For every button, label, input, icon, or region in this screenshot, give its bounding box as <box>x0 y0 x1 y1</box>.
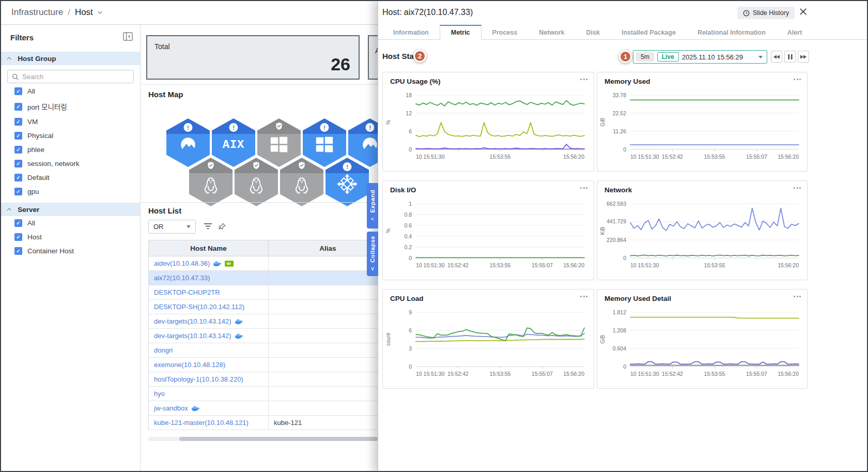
filter-item-port-[interactable]: ✓port 모니터링 <box>1 98 140 115</box>
checkbox-checked-icon[interactable]: ✓ <box>14 87 22 95</box>
chevron-down-icon[interactable] <box>98 9 102 14</box>
alias-cell <box>269 300 388 314</box>
host-name-link[interactable]: jw-sandbox <box>154 404 200 412</box>
host-name-link[interactable]: hostTopology-1(10.10.38.220) <box>154 375 243 383</box>
host-hexagon-linux[interactable] <box>280 158 323 206</box>
host-list-title: Host List <box>148 206 181 215</box>
host-hexagon-linux[interactable] <box>189 158 233 206</box>
col-host-name[interactable]: Host Name <box>149 240 269 256</box>
host-table-row[interactable]: DESKTOP-CHUP2TR <box>149 285 388 300</box>
host-name-link[interactable]: DESKTOP-SH(10.20.142.112) <box>154 303 244 311</box>
host-name-link[interactable]: aix72(10.10.47.33) <box>154 274 210 282</box>
collapse-tab[interactable]: Collapse ∨ <box>367 232 378 276</box>
checkbox-checked-icon[interactable]: ✓ <box>14 219 22 227</box>
filter-item-physical[interactable]: ✓Physical <box>1 129 140 143</box>
filter-item-default[interactable]: ✓Default <box>1 171 140 185</box>
tab-installed-package[interactable]: Installed Package <box>611 25 687 40</box>
host-stat-title: Host Stat <box>382 52 416 60</box>
host-table-row[interactable]: dev-targets(10.10.43.142) <box>149 329 388 343</box>
host-table-row[interactable]: dev-targets(10.10.43.142) <box>149 314 388 329</box>
host-name-link[interactable]: hyo <box>154 390 165 398</box>
host-name-link[interactable]: kube-121-master(10.10.48.121) <box>154 419 249 427</box>
scrollbar-thumb[interactable] <box>179 437 378 441</box>
host-hexagon-windows[interactable] <box>257 118 301 167</box>
slide-history-button[interactable]: Slide History <box>737 7 795 19</box>
rewind-button[interactable] <box>771 51 782 63</box>
checkbox-checked-icon[interactable]: ✓ <box>14 247 22 255</box>
host-name-link[interactable]: aidev(10.10.48.36) <box>154 260 234 267</box>
host-table-row[interactable]: aix72(10.10.47.33) <box>149 271 388 285</box>
horizontal-scrollbar[interactable] <box>148 437 378 441</box>
host-hexagon-aix[interactable]: !AIX <box>212 118 255 167</box>
search-input[interactable] <box>22 73 129 81</box>
filter-item-session-network[interactable]: ✓session, network <box>1 157 140 171</box>
chart-menu-icon[interactable] <box>794 296 801 297</box>
chart-menu-icon[interactable] <box>794 79 801 80</box>
tab-alert[interactable]: Alert <box>777 25 813 40</box>
host-hexagon-windows[interactable]: ! <box>303 118 346 167</box>
tab-process[interactable]: Process <box>482 25 529 40</box>
live-chip[interactable]: Live <box>657 52 679 62</box>
pause-button[interactable] <box>784 51 796 63</box>
checkbox-checked-icon[interactable]: ✓ <box>14 188 22 195</box>
linux-logo-icon <box>290 172 314 196</box>
filter-item-all[interactable]: ✓All <box>1 84 140 98</box>
host-table-row[interactable]: kube-121-master(10.10.48.121)kube-121 <box>149 416 388 430</box>
checkbox-checked-icon[interactable]: ✓ <box>14 103 22 111</box>
time-range-control[interactable]: 5m Live 2025.11.10 15:56:29 <box>633 50 767 64</box>
host-name-link[interactable]: DESKTOP-CHUP2TR <box>154 288 220 296</box>
docker-icon <box>213 260 222 267</box>
checkbox-checked-icon[interactable]: ✓ <box>14 160 22 168</box>
collapse-sidebar-icon[interactable] <box>123 32 133 43</box>
host-name-text: jw-sandbox <box>154 404 188 412</box>
host-table-row[interactable]: dongri <box>149 343 388 358</box>
fast-forward-button[interactable] <box>798 51 809 63</box>
chart-menu-icon[interactable] <box>794 187 801 189</box>
tab-disk[interactable]: Disk <box>576 25 611 40</box>
pin-icon[interactable] <box>218 222 226 233</box>
host-name-link[interactable]: dongri <box>154 346 173 354</box>
breadcrumb-current[interactable]: Host <box>75 7 93 18</box>
host-name-link[interactable]: exemone(10.10.48.128) <box>154 361 225 369</box>
filter-item-host[interactable]: ✓Host <box>1 230 140 244</box>
host-table-row[interactable]: DESKTOP-SH(10.20.142.112) <box>149 300 388 314</box>
chart-menu-icon[interactable] <box>580 296 587 297</box>
checkbox-checked-icon[interactable]: ✓ <box>14 233 22 241</box>
chart-menu-icon[interactable] <box>580 187 587 189</box>
filter-item-phlee[interactable]: ✓phlee <box>1 143 140 157</box>
warning-badge-icon: ! <box>229 123 238 132</box>
chart-title: Network <box>605 186 632 194</box>
range-chip[interactable]: 5m <box>636 52 654 62</box>
host-table-row[interactable]: hostTopology-1(10.10.38.220) <box>149 372 388 387</box>
host-name-link[interactable]: dev-targets(10.10.43.142) <box>154 317 243 325</box>
host-hexagon-rocky[interactable]: ! <box>166 118 210 167</box>
host-hexagon-linux[interactable] <box>235 158 278 206</box>
chart-menu-icon[interactable] <box>580 79 587 80</box>
tab-information[interactable]: Information <box>382 25 440 40</box>
host-table-row[interactable]: hyo <box>149 387 388 401</box>
filter-item-gpu[interactable]: ✓gpu <box>1 185 140 199</box>
group-header-server[interactable]: Server <box>1 203 140 216</box>
close-icon[interactable] <box>799 8 807 18</box>
host-hexagon-centos[interactable]: ! <box>326 158 369 206</box>
host-name-link[interactable]: dev-targets(10.10.43.142) <box>154 332 243 340</box>
breadcrumb-section[interactable]: Infrastructure <box>11 7 63 18</box>
filter-icon[interactable] <box>204 222 212 232</box>
filter-item-container-host[interactable]: ✓Container Host <box>1 244 140 258</box>
expand-tab[interactable]: Expand < <box>367 183 378 229</box>
host-table-row[interactable]: exemone(10.10.48.128) <box>149 358 388 372</box>
tab-relational-information[interactable]: Relational Information <box>687 25 777 40</box>
filter-item-vm[interactable]: ✓VM <box>1 115 140 129</box>
filter-operator-select[interactable]: OR <box>148 220 196 234</box>
checkbox-checked-icon[interactable]: ✓ <box>14 174 22 181</box>
checkbox-checked-icon[interactable]: ✓ <box>14 146 22 154</box>
tab-network[interactable]: Network <box>528 25 575 40</box>
tab-metric[interactable]: Metric <box>440 25 482 40</box>
checkbox-checked-icon[interactable]: ✓ <box>14 118 22 126</box>
x-tick-label: 15:56:20 <box>778 371 799 377</box>
host-table-row[interactable]: aidev(10.10.48.36) <box>149 256 388 271</box>
group-header-host-group[interactable]: Host Group <box>1 52 140 65</box>
checkbox-checked-icon[interactable]: ✓ <box>14 132 22 140</box>
host-table-row[interactable]: jw-sandbox <box>149 401 388 416</box>
filter-item-all[interactable]: ✓All <box>1 216 140 230</box>
